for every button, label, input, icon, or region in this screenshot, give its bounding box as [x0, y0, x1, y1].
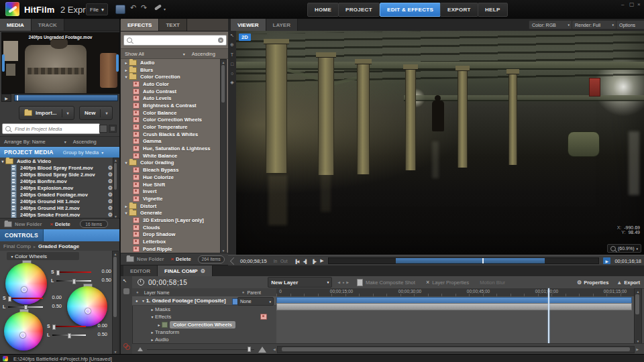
effect-row[interactable]: Pond Ripple: [121, 245, 222, 253]
file-menu-button[interactable]: File ▾: [86, 3, 108, 15]
nav-export-button[interactable]: EXPORT: [440, 3, 478, 17]
eye-icon[interactable]: ●: [136, 299, 138, 303]
luminance-slider[interactable]: [56, 280, 91, 282]
effect-row[interactable]: Hue, Saturation & Lightness: [121, 145, 222, 152]
media-item-row[interactable]: 240fps Ground Hit 2.mov⚙: [0, 204, 119, 211]
export-button[interactable]: ▲ Export: [616, 280, 640, 286]
layer-properties-button[interactable]: × Layer Properties: [426, 279, 469, 286]
layer-subrow-masks[interactable]: ▸ Masks: [132, 306, 276, 313]
trim-in-handle[interactable]: [2, 54, 5, 72]
nav-help-button[interactable]: HELP: [478, 3, 508, 17]
selected-clip-bar[interactable]: [276, 303, 632, 310]
layer-row[interactable]: ● ▾ 1. Graded Footage [Composite] None ▾: [132, 296, 276, 306]
effects-folder-row[interactable]: ▸Distort: [121, 202, 222, 210]
item-settings-icon[interactable]: ⚙: [108, 212, 113, 218]
layer-subrow-effect-selected[interactable]: ▸ Color Correction Wheels: [132, 320, 276, 328]
media-item-row[interactable]: 240fps Blood Spray Front.mov⚙: [0, 164, 119, 171]
tab-effects[interactable]: EFFECTS: [121, 19, 159, 31]
media-item-row[interactable]: 240fps Blood Spray Side 2.mov⚙: [0, 171, 119, 178]
effect-row[interactable]: Crush Blacks & Whites: [121, 131, 222, 138]
media-item-row[interactable]: 240fps Ground Hit 1.mov⚙: [0, 198, 119, 204]
window-close-button[interactable]: ×: [637, 1, 641, 7]
effect-row[interactable]: Drop Shadow: [121, 231, 222, 239]
effect-row[interactable]: Auto Levels: [121, 95, 222, 102]
wheel-handle[interactable]: [20, 333, 25, 338]
expand-icon[interactable]: ▸: [123, 68, 129, 72]
import-button[interactable]: Import... ▾: [19, 106, 74, 120]
collapse-icon[interactable]: ▾: [9, 254, 15, 259]
expand-icon[interactable]: ▾: [123, 210, 129, 215]
layer-subrow-audio[interactable]: ▸ Audio: [132, 336, 276, 343]
ascending-button[interactable]: Ascending: [73, 139, 97, 145]
properties-button[interactable]: ⚙ Properties: [577, 280, 608, 286]
effect-row[interactable]: Gamma: [121, 138, 222, 145]
effects-folder-row[interactable]: ▸Audio: [121, 59, 222, 66]
preview-playhead[interactable]: [17, 95, 18, 101]
expand-icon[interactable]: ▸: [150, 337, 155, 342]
effects-folder-row[interactable]: ▾Generate: [121, 209, 222, 217]
list-view-icon[interactable]: [99, 125, 107, 133]
expand-icon[interactable]: ▸: [150, 307, 155, 312]
scroll-right-icon[interactable]: ▶: [636, 347, 639, 351]
chevron-down-icon[interactable]: ▾: [64, 139, 66, 144]
effect-row[interactable]: Clouds: [121, 224, 222, 231]
media-preview[interactable]: 240fps Ungraded Footage.mov: [1, 32, 119, 94]
nav-edit-effects-button[interactable]: EDIT & EFFECTS: [380, 3, 441, 17]
viewer-canvas[interactable]: 2D X:-990.69 Y:98.49 (60.9%) ▾: [236, 31, 644, 255]
timeline-hscrollbar[interactable]: [277, 346, 635, 353]
media-item-row[interactable]: 240fps Explosion.mov⚙: [0, 184, 119, 191]
media-search-input[interactable]: [13, 125, 97, 133]
color-wheel-2[interactable]: [67, 286, 107, 326]
zoom-level-dropdown[interactable]: (60.9%) ▾: [607, 244, 641, 253]
nudge-left-icon[interactable]: ◀: [337, 280, 340, 284]
effect-row[interactable]: White Balance: [121, 152, 222, 160]
media-item-row[interactable]: 240fps Smoke Front.mov⚙: [0, 211, 119, 218]
effects-folder-row[interactable]: ▾Color Grading: [121, 160, 222, 167]
timeline-zoom-slider[interactable]: [147, 349, 254, 350]
pen-tool-icon[interactable]: [154, 4, 162, 11]
wheel-handle[interactable]: [21, 287, 27, 292]
effects-folder-row[interactable]: ▸Blurs: [121, 66, 222, 74]
expand-icon[interactable]: ▸: [156, 322, 162, 327]
expand-icon[interactable]: ▸: [150, 330, 155, 335]
layer-subrow-transform[interactable]: ▸ Transform: [132, 328, 276, 336]
tab-viewer[interactable]: VIEWER: [231, 19, 266, 31]
saturation-slider[interactable]: [56, 272, 91, 273]
group-by-dropdown[interactable]: Group by Media ▾: [63, 149, 103, 156]
effects-scrollbar[interactable]: ▲ ▼: [220, 59, 227, 254]
luminance-slider[interactable]: [52, 335, 86, 336]
window-minimize-button[interactable]: –: [621, 1, 624, 7]
wheel-handle[interactable]: [85, 308, 91, 314]
undo-icon[interactable]: ↶: [130, 4, 136, 11]
clear-search-icon[interactable]: ×: [218, 38, 223, 43]
arrange-by-dropdown[interactable]: Arrange By: Name: [4, 139, 46, 145]
effect-row[interactable]: Bleach Bypass: [121, 166, 222, 174]
make-composite-button[interactable]: Make Composite Shot: [357, 279, 415, 286]
select-tool-icon[interactable]: ↖: [228, 31, 236, 40]
view-2d-badge[interactable]: 2D: [239, 34, 251, 41]
link-icon[interactable]: [123, 343, 129, 349]
in-point-button[interactable]: In: [274, 259, 277, 263]
rect-tool-icon[interactable]: □: [228, 59, 236, 68]
expand-icon[interactable]: ▸: [123, 60, 129, 65]
effect-row[interactable]: Hue Shift: [121, 181, 222, 188]
collapse-icon[interactable]: ▾: [0, 159, 5, 164]
viewer-seek-bar[interactable]: [328, 257, 600, 264]
item-settings-icon[interactable]: ⚙: [108, 178, 113, 184]
collapse-icon[interactable]: ▾: [150, 314, 155, 319]
fx-new-folder-button[interactable]: New Folder: [137, 256, 164, 262]
text-tool-icon[interactable]: T: [228, 50, 236, 59]
resize-handle-icon[interactable]: [230, 257, 237, 265]
zoom-out-icon[interactable]: [138, 347, 143, 351]
new-layer-button[interactable]: New Layer ▾: [268, 277, 332, 288]
play-button[interactable]: ▶: [320, 258, 323, 263]
item-settings-icon[interactable]: ⚙: [108, 192, 113, 198]
trim-out-handle[interactable]: [116, 54, 119, 72]
breadcrumb-parent[interactable]: Final Comp: [3, 243, 31, 249]
tab-controls[interactable]: CONTROLS: [0, 229, 44, 241]
timeline-timecode[interactable]: 00;00;58;15: [148, 279, 187, 286]
ellipse-tool-icon[interactable]: ○: [228, 68, 236, 78]
chevron-down-icon[interactable]: ▾: [183, 52, 185, 56]
render-mode-dropdown[interactable]: Render: Full▾: [572, 20, 617, 29]
new-folder-button[interactable]: New Folder: [15, 221, 42, 227]
